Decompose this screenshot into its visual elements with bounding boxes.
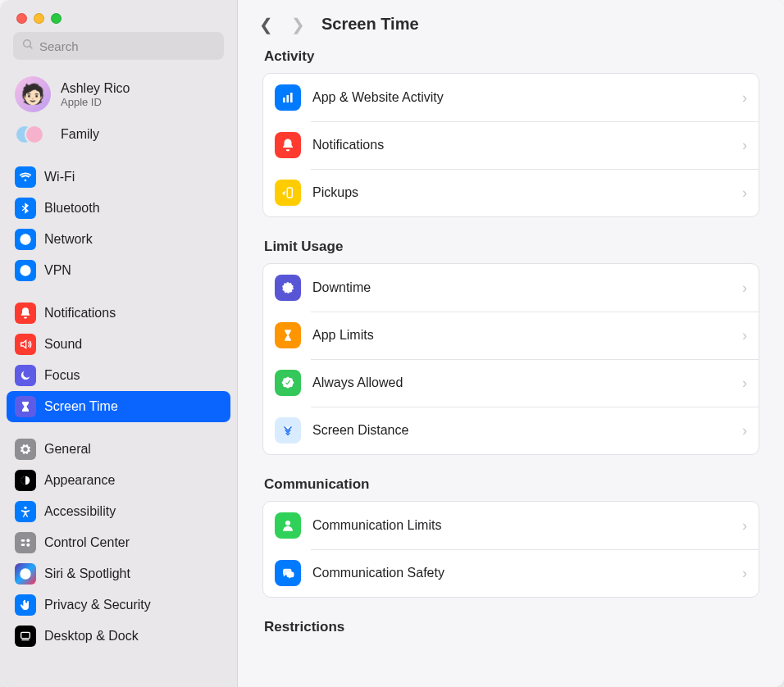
sidebar-item-label: Bluetooth	[44, 199, 100, 217]
sidebar-item-network[interactable]: Network	[7, 224, 230, 255]
moon-icon	[15, 365, 36, 386]
svg-point-18	[285, 521, 290, 525]
row-downtime[interactable]: Downtime›	[263, 264, 759, 312]
chevron-right-icon: ›	[742, 375, 747, 392]
sidebar-item-screen-time[interactable]: Screen Time	[7, 391, 230, 422]
section-card: Downtime›App Limits›Always Allowed›Scree…	[262, 263, 759, 455]
search-icon	[21, 38, 34, 54]
svg-point-9	[26, 544, 30, 547]
sidebar-item-control-center[interactable]: Control Center	[7, 527, 230, 558]
sidebar-item-label: Focus	[44, 366, 80, 384]
hourglassSide-icon	[15, 396, 36, 417]
family-label: Family	[61, 127, 99, 142]
row-label: Screen Distance	[312, 423, 731, 438]
access-icon	[15, 501, 36, 522]
sidebar-item-vpn[interactable]: VPN	[7, 255, 230, 286]
chevron-right-icon: ›	[742, 565, 747, 582]
section-restrictions: Restrictions	[262, 619, 759, 635]
row-screen-distance[interactable]: Screen Distance›	[263, 407, 759, 454]
row-app-limits[interactable]: App Limits›	[263, 312, 759, 359]
svg-point-8	[26, 539, 30, 542]
vpn-icon	[15, 260, 36, 281]
svg-rect-12	[21, 639, 29, 640]
section-header: Restrictions	[262, 619, 759, 635]
forward-button[interactable]: ❯	[291, 16, 305, 33]
maximize-button[interactable]	[51, 13, 62, 24]
row-app-website-activity[interactable]: App & Website Activity›	[263, 74, 759, 121]
sidebar-item-label: General	[44, 440, 91, 458]
sidebar-item-privacy-security[interactable]: Privacy & Security	[7, 589, 230, 621]
sidebar-item-general[interactable]: General	[7, 434, 230, 465]
sidebar-item-desktop-dock[interactable]: Desktop & Dock	[7, 621, 230, 652]
sidebar: 🧑🏻 Ashley Rico Apple ID Family Wi-FiBlue…	[0, 0, 238, 687]
hand-icon	[15, 594, 36, 616]
svg-line-1	[30, 46, 32, 48]
row-pickups[interactable]: Pickups›	[263, 169, 759, 216]
row-always-allowed[interactable]: Always Allowed›	[263, 359, 759, 407]
main-body: ActivityApp & Website Activity›Notificat…	[238, 40, 784, 687]
sidebar-item-bluetooth[interactable]: Bluetooth	[7, 193, 230, 224]
section-card: App & Website Activity›Notifications›Pic…	[262, 73, 759, 217]
section-header: Activity	[262, 48, 759, 65]
avatar: 🧑🏻	[15, 76, 51, 112]
sidebar-item-label: VPN	[44, 262, 71, 280]
section-activity: ActivityApp & Website Activity›Notificat…	[262, 48, 759, 217]
row-label: Notifications	[312, 138, 731, 152]
settings-window: 🧑🏻 Ashley Rico Apple ID Family Wi-FiBlue…	[0, 0, 784, 687]
page-title: Screen Time	[321, 15, 419, 34]
sidebar-item-label: Sound	[44, 335, 82, 353]
main-panel: ❮ ❯ Screen Time ActivityApp & Website Ac…	[238, 0, 784, 687]
section-communication: CommunicationCommunication Limits›Commun…	[262, 476, 759, 598]
globe-icon	[15, 229, 36, 250]
traffic-lights	[0, 0, 237, 32]
row-label: Pickups	[312, 185, 731, 200]
wifi-icon	[15, 166, 36, 188]
minimize-button[interactable]	[34, 13, 44, 24]
sidebar-item-label: Privacy & Security	[44, 596, 151, 614]
sidebar-item-siri-spotlight[interactable]: Siri & Spotlight	[7, 558, 230, 589]
sidebar-item-sound[interactable]: Sound	[7, 329, 230, 360]
hourglass-icon	[275, 322, 301, 348]
chevron-right-icon: ›	[742, 137, 747, 154]
chevron-right-icon: ›	[742, 184, 747, 202]
clock-icon	[275, 275, 301, 301]
row-communication-safety[interactable]: Communication Safety›	[263, 549, 759, 597]
appearance-icon	[15, 470, 36, 491]
svg-rect-7	[21, 544, 25, 546]
siri-icon	[15, 563, 36, 585]
search-input[interactable]	[39, 39, 216, 53]
back-button[interactable]: ❮	[259, 16, 273, 33]
sidebar-item-accessibility[interactable]: Accessibility	[7, 496, 230, 527]
chevron-right-icon: ›	[742, 517, 747, 535]
sidebar-item-label: Wi-Fi	[44, 168, 75, 186]
profile-sub: Apple ID	[61, 96, 130, 108]
close-button[interactable]	[16, 13, 27, 24]
sidebar-item-notifications[interactable]: Notifications	[7, 298, 230, 329]
sidebar-item-appearance[interactable]: Appearance	[7, 465, 230, 496]
svg-point-0	[24, 40, 31, 48]
nav-arrows: ❮ ❯	[259, 16, 305, 33]
bars-icon	[275, 84, 301, 111]
section-header: Communication	[262, 476, 759, 493]
search-field[interactable]	[13, 32, 224, 60]
sidebar-item-focus[interactable]: Focus	[7, 360, 230, 391]
row-communication-limits[interactable]: Communication Limits›	[263, 502, 759, 549]
gear-icon	[15, 439, 36, 460]
waves-icon	[275, 417, 301, 444]
svg-rect-6	[21, 539, 25, 542]
dock-icon	[15, 626, 36, 647]
apple-id-row[interactable]: 🧑🏻 Ashley Rico Apple ID	[7, 70, 230, 119]
sidebar-item-wi-fi[interactable]: Wi-Fi	[7, 162, 230, 193]
chevron-right-icon: ›	[742, 280, 747, 297]
svg-rect-16	[287, 188, 292, 198]
svg-rect-11	[21, 632, 30, 638]
check-icon	[275, 370, 301, 396]
chevron-right-icon: ›	[742, 422, 747, 439]
family-row[interactable]: Family	[7, 119, 230, 150]
main-header: ❮ ❯ Screen Time	[238, 0, 784, 40]
control-icon	[15, 532, 36, 553]
sidebar-item-label: Notifications	[44, 304, 116, 322]
person-icon	[275, 512, 301, 539]
row-notifications[interactable]: Notifications›	[263, 121, 759, 169]
row-label: Communication Limits	[312, 518, 731, 533]
